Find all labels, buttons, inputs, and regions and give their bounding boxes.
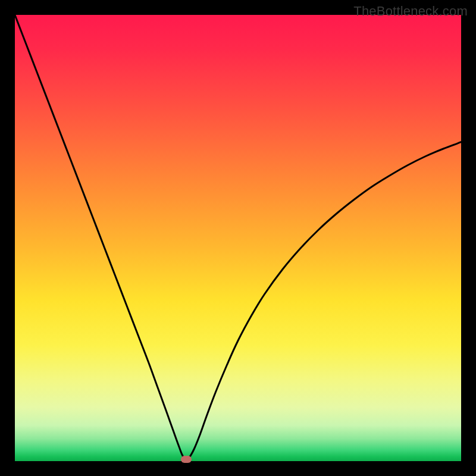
minimum-marker [181, 456, 192, 463]
plot-area [15, 15, 461, 461]
watermark-text: TheBottleneck.com [353, 4, 468, 19]
bottleneck-curve [15, 15, 461, 461]
chart-frame: TheBottleneck.com [0, 0, 476, 476]
